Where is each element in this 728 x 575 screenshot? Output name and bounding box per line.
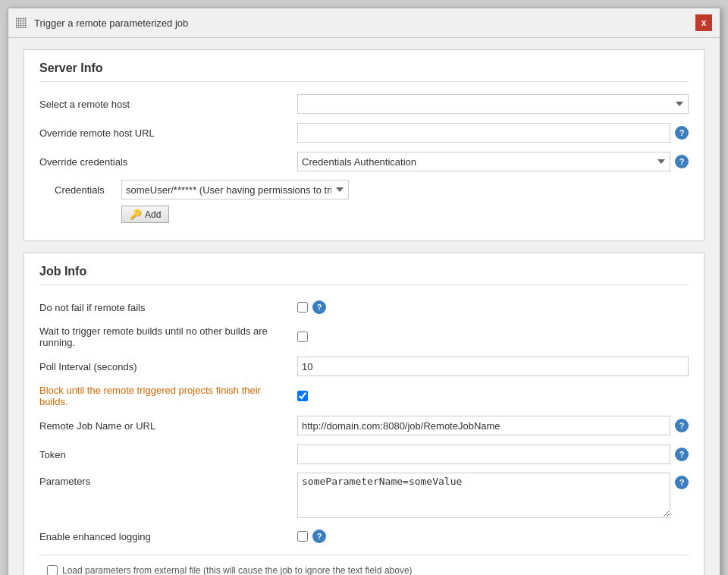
dialog-title: Trigger a remote parameterized job <box>16 17 188 29</box>
override-credentials-help-icon[interactable]: ? <box>675 155 689 168</box>
credentials-select-wrap: someUser/****** (User having permissions… <box>121 180 689 200</box>
token-label: Token <box>39 449 297 460</box>
poll-interval-control <box>297 357 689 376</box>
override-credentials-row: Override credentials Credentials Authent… <box>39 151 689 172</box>
remote-host-label: Select a remote host <box>39 99 297 110</box>
enable-logging-control: ? <box>297 529 689 543</box>
token-help-icon[interactable]: ? <box>675 448 689 461</box>
remote-host-select[interactable] <box>297 94 689 114</box>
override-url-control: ? <box>297 123 689 143</box>
override-url-label: Override remote host URL <box>39 127 297 139</box>
load-params-checkbox[interactable] <box>47 565 58 575</box>
poll-interval-label: Poll Interval (seconds) <box>39 361 297 372</box>
remote-job-name-control: ? <box>297 416 689 435</box>
load-params-label: Load parameters from external file (this… <box>62 565 413 575</box>
load-params-row: Load parameters from external file (this… <box>39 559 689 575</box>
block-until-label: Block until the remote triggered project… <box>39 385 297 407</box>
remote-host-row: Select a remote host <box>39 93 689 115</box>
enable-logging-checkbox[interactable] <box>297 531 308 542</box>
parameters-row: Parameters someParameterName=someValue ? <box>39 473 689 518</box>
override-url-help-icon[interactable]: ? <box>675 126 689 140</box>
poll-interval-input[interactable] <box>297 357 689 376</box>
override-url-row: Override remote host URL ? <box>39 122 689 143</box>
add-credentials-row: 🔑 Add <box>55 206 689 223</box>
add-button-label: Add <box>145 209 161 220</box>
override-credentials-control: Credentials Authentication None ? <box>297 152 689 171</box>
token-control: ? <box>297 445 689 464</box>
wait-to-trigger-control <box>297 331 689 342</box>
enable-logging-help-icon[interactable]: ? <box>312 529 326 543</box>
wait-to-trigger-checkbox[interactable] <box>297 331 308 342</box>
enable-logging-row: Enable enhanced logging ? <box>39 526 689 547</box>
wait-to-trigger-row: Wait to trigger remote builds until no o… <box>39 325 689 348</box>
block-until-control <box>297 391 689 401</box>
parameters-help-icon[interactable]: ? <box>675 476 689 489</box>
remote-job-name-row: Remote Job Name or URL ? <box>39 415 689 436</box>
do-not-fail-help-icon[interactable]: ? <box>312 300 326 314</box>
credentials-label: Credentials <box>55 184 115 196</box>
token-input[interactable] <box>297 445 670 464</box>
block-until-checkbox[interactable] <box>297 391 308 401</box>
job-info-section: Job Info Do not fail if remote fails ? W… <box>24 253 704 575</box>
server-info-section: Server Info Select a remote host Overrid… <box>24 49 704 241</box>
token-row: Token ? <box>39 444 689 465</box>
do-not-fail-checkbox[interactable] <box>297 302 308 313</box>
credentials-select[interactable]: someUser/****** (User having permissions… <box>121 180 349 200</box>
override-credentials-label: Override credentials <box>39 156 297 168</box>
remote-job-name-help-icon[interactable]: ? <box>675 419 689 432</box>
remote-host-control <box>297 94 689 114</box>
block-until-row: Block until the remote triggered project… <box>39 385 689 407</box>
server-info-title: Server Info <box>39 61 689 82</box>
remote-job-name-input[interactable] <box>297 416 670 435</box>
credentials-row: Credentials someUser/****** (User having… <box>55 180 689 200</box>
wait-to-trigger-label: Wait to trigger remote builds until no o… <box>39 325 297 348</box>
do-not-fail-label: Do not fail if remote fails <box>39 302 297 313</box>
dialog-title-text: Trigger a remote parameterized job <box>34 17 188 29</box>
section-divider <box>39 555 689 555</box>
close-button[interactable]: x <box>695 14 712 31</box>
job-info-title: Job Info <box>39 265 689 285</box>
credentials-sub-form: Credentials someUser/****** (User having… <box>55 180 689 223</box>
dialog-body: Server Info Select a remote host Overrid… <box>8 38 720 575</box>
parameters-control: someParameterName=someValue ? <box>297 473 689 518</box>
do-not-fail-control: ? <box>297 300 689 314</box>
key-icon: 🔑 <box>130 209 142 220</box>
do-not-fail-row: Do not fail if remote fails ? <box>39 297 689 318</box>
parameters-label: Parameters <box>39 473 297 487</box>
override-credentials-select[interactable]: Credentials Authentication None <box>297 152 670 171</box>
enable-logging-label: Enable enhanced logging <box>39 531 297 542</box>
drag-handle <box>16 17 27 28</box>
override-url-input[interactable] <box>297 123 670 143</box>
add-credentials-button[interactable]: 🔑 Add <box>121 206 169 223</box>
remote-job-name-label: Remote Job Name or URL <box>39 420 297 432</box>
trigger-job-dialog: Trigger a remote parameterized job x Ser… <box>8 8 720 575</box>
dialog-title-bar: Trigger a remote parameterized job x <box>8 8 720 38</box>
poll-interval-row: Poll Interval (seconds) <box>39 356 689 377</box>
parameters-textarea[interactable]: someParameterName=someValue <box>297 473 670 518</box>
